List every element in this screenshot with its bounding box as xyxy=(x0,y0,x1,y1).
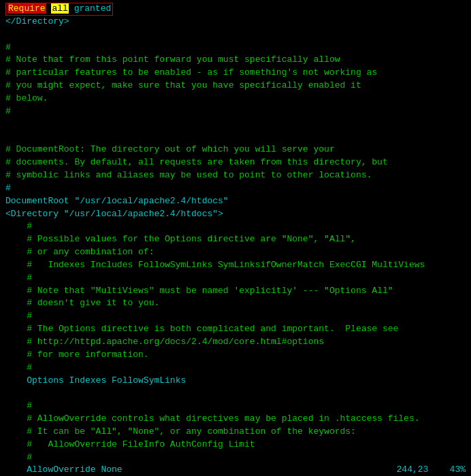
line-comment-6: # xyxy=(5,105,466,118)
line-comment-8: # documents. By default, all requests ar… xyxy=(5,156,466,169)
line-comment-18: # The Options directive is both complica… xyxy=(5,323,466,336)
line-comment-10: # xyxy=(5,220,466,233)
line-blank-1 xyxy=(5,29,466,41)
line-comment-5: # below. xyxy=(5,92,466,105)
line-directory-open: <Directory "/usr/local/apache2.4/htdocs"… xyxy=(5,208,466,221)
line-comment-2: # Note that from this point forward you … xyxy=(5,54,466,67)
line-comment-12: # or any combination of: xyxy=(5,246,466,259)
line-comment-23: # AllowOverride controls what directives… xyxy=(5,413,466,426)
line-comment-4: # you might expect, make sure that you h… xyxy=(5,80,466,92)
status-bar: 244,23 43% xyxy=(391,463,471,476)
line-require-top: Require all granted xyxy=(5,3,466,16)
line-comment-21: # xyxy=(5,362,466,375)
line-comment-20: # for more information. xyxy=(5,349,466,362)
line-comment-19: # http://httpd.apache.org/docs/2.4/mod/c… xyxy=(5,336,466,349)
require-box-top: Require all granted xyxy=(5,3,113,16)
line-comment-3: # particular features to be enabled - as… xyxy=(5,67,466,80)
line-comment-1: # xyxy=(5,41,466,54)
cursor-position: 244,23 xyxy=(397,464,429,475)
line-options: Options Indexes FollowSymLinks xyxy=(5,375,466,388)
line-comment-9: # symbolic links and aliases may be used… xyxy=(5,169,466,182)
line-comment-22: # xyxy=(5,400,466,413)
line-comment-11: # Possible values for the Options direct… xyxy=(5,233,466,246)
line-blank-5 xyxy=(5,387,466,400)
line-comment-17: # xyxy=(5,310,466,323)
code-content: Require all granted </Directory> # # Not… xyxy=(0,0,471,476)
code-editor[interactable]: Require all granted </Directory> # # Not… xyxy=(0,0,471,476)
line-comment-26: # xyxy=(5,452,466,464)
line-blank-2 xyxy=(5,118,466,131)
line-comment-14: # xyxy=(5,272,466,285)
line-comment-15: # Note that "MultiViews" must be named '… xyxy=(5,285,466,298)
line-blank-4: # xyxy=(5,182,466,195)
line-comment-13: # Indexes Includes FollowSymLinks SymLin… xyxy=(5,259,466,272)
all-keyword-top: all xyxy=(51,3,68,14)
line-comment-24: # It can be "All", "None", or any combin… xyxy=(5,426,466,439)
scroll-percent: 43% xyxy=(450,464,466,475)
line-comment-25: # AllowOverride FileInfo AuthConfig Limi… xyxy=(5,439,466,452)
line-documentroot: DocumentRoot "/usr/local/apache2.4/htdoc… xyxy=(5,195,466,208)
line-blank-3 xyxy=(5,131,466,143)
line-comment-7: # DocumentRoot: The directory out of whi… xyxy=(5,143,466,156)
require-keyword-top: Require xyxy=(7,3,46,14)
line-close-directory: </Directory> xyxy=(5,16,466,29)
line-comment-16: # doesn't give it to you. xyxy=(5,297,466,310)
